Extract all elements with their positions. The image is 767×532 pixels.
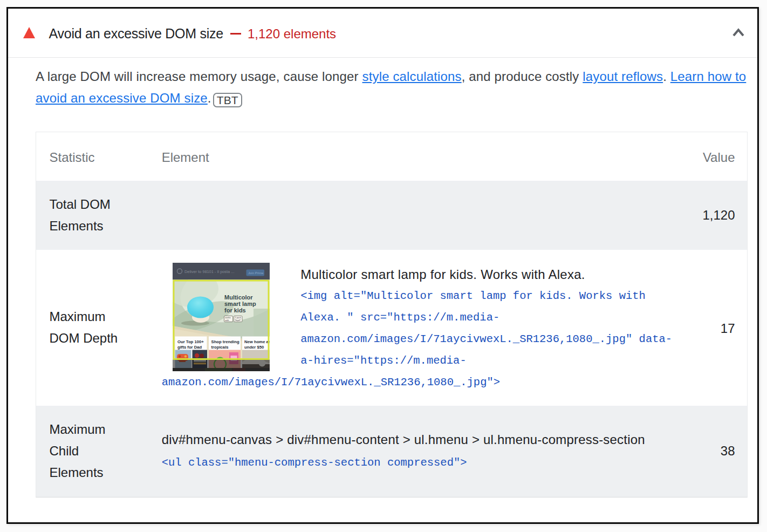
svg-text:Shop trending: Shop trending — [211, 339, 239, 344]
svg-text:with: with — [225, 319, 229, 322]
svg-text:gifts for Dad: gifts for Dad — [177, 345, 202, 350]
svg-text:Our Top 100+: Our Top 100+ — [177, 339, 204, 344]
svg-text:New home arriva: New home arriva — [244, 339, 270, 344]
svg-text:Deliver to 98101 - Il posta ..: Deliver to 98101 - Il posta ... — [184, 269, 234, 274]
svg-text:smart lamp: smart lamp — [224, 301, 256, 307]
svg-text:2 pack: 2 pack — [235, 316, 241, 319]
svg-text:under $50: under $50 — [244, 345, 264, 350]
svg-text:tropicals: tropicals — [211, 345, 228, 350]
svg-text:for kids: for kids — [224, 307, 246, 313]
svg-text:Join Prime: Join Prime — [248, 271, 264, 275]
svg-text:Multicolor: Multicolor — [224, 294, 253, 301]
